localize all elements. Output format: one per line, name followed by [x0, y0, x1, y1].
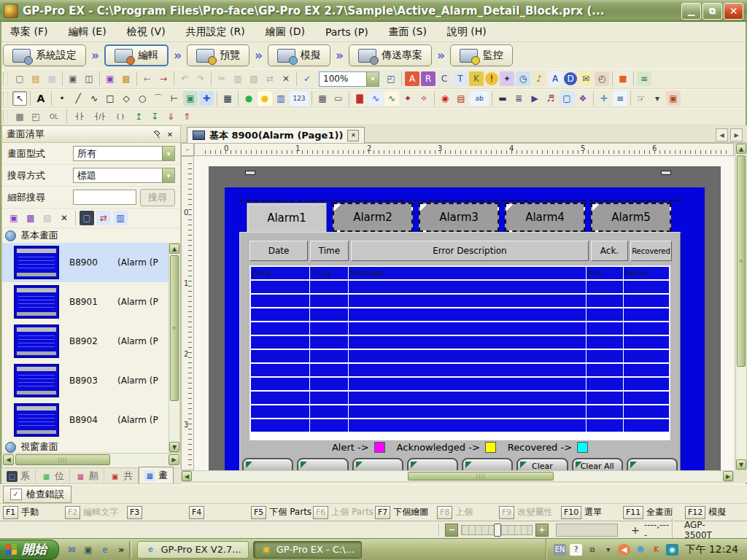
scroll-up-icon[interactable]: ▲ — [169, 244, 179, 254]
delete-icon[interactable]: ✕ — [279, 71, 293, 86]
antivirus-tray-icon[interactable]: K — [650, 544, 662, 556]
function-key[interactable]: F2 編輯文字 — [65, 506, 127, 519]
menu-item[interactable]: Parts (P) — [325, 26, 368, 38]
paste-screen-button[interactable]: ▤ — [40, 211, 55, 225]
screen-list-item[interactable]: B8903 (Alarm (P — [2, 361, 180, 400]
previous-screen-icon[interactable]: ← — [140, 71, 155, 86]
key-part-icon[interactable]: ▭ — [331, 91, 346, 106]
scrollbar-thumb[interactable]: ≡ — [737, 155, 746, 367]
screen-list-item[interactable]: B8904 (Alarm (P — [2, 400, 180, 440]
image-placement-icon[interactable]: ▣ — [183, 91, 198, 106]
menu-item[interactable]: 專案 (F) — [10, 26, 47, 39]
editor-tab[interactable]: 基本 8900(Alarm (Page1)) ✕ — [187, 127, 365, 143]
chevron-down-icon[interactable]: ▾ — [366, 72, 379, 86]
lamp-part-icon[interactable]: ● — [258, 91, 272, 106]
screen-list-scrollbar[interactable]: ▲ ≡ ▼ — [169, 243, 180, 453]
fit-screen-icon[interactable]: ◰ — [384, 71, 398, 86]
tray-expand-arrow[interactable]: ▾ — [602, 544, 614, 556]
chevron-down-icon[interactable]: ▾ — [162, 147, 174, 160]
keypad-part-icon[interactable]: ▦ — [315, 91, 330, 106]
security-key-icon[interactable]: K — [469, 71, 484, 86]
taskbar-task-button[interactable]: ▣ GP-Pro EX - C:\... — [253, 541, 362, 559]
menu-item[interactable]: 說明 (H) — [447, 26, 487, 39]
arc-tool-icon[interactable]: ⌒ — [151, 91, 166, 106]
selection-handle[interactable] — [245, 171, 255, 175]
language-indicator[interactable]: EN — [554, 544, 566, 556]
alarm-tab[interactable]: Alarm1 — [247, 203, 327, 232]
function-key[interactable]: F9 改變屬性 — [499, 506, 561, 519]
operation-log-icon[interactable]: ✦ — [500, 71, 514, 86]
graph-part-icon[interactable]: ▇ — [352, 91, 367, 106]
save-project-icon[interactable]: ▦ — [44, 71, 59, 86]
recipe-settings-icon[interactable]: R — [421, 71, 436, 86]
close-icon[interactable]: ✕ — [164, 129, 176, 140]
zoom-in-button[interactable]: + — [535, 524, 549, 537]
quick-launch-mail-icon[interactable]: ✉ — [65, 543, 78, 556]
coil-icon[interactable]: ( ) — [111, 109, 130, 124]
monitor-tray-icon[interactable]: ◉ — [666, 544, 678, 556]
copy-icon[interactable]: ▥ — [231, 71, 245, 86]
polygon-tool-icon[interactable]: ◇ — [119, 91, 133, 106]
function-key[interactable]: F10 選單 — [561, 506, 623, 519]
alarm-tab[interactable]: Alarm3 — [419, 203, 499, 232]
table-tool-icon[interactable]: ▦ — [220, 91, 235, 106]
contact-a-icon[interactable]: ┤├ — [70, 109, 89, 124]
new-project-icon[interactable]: ▢ — [12, 71, 27, 86]
minimize-button[interactable]: ▁ — [681, 3, 701, 20]
function-key[interactable]: F5 下個 Parts — [251, 506, 313, 519]
block-up-icon[interactable]: ⇑ — [179, 109, 194, 124]
tab-close-icon[interactable]: ✕ — [347, 130, 359, 141]
data-display-part-icon[interactable]: 123 — [290, 91, 309, 106]
zoom-combobox[interactable]: 100% ▾ — [319, 71, 379, 87]
select-all-icon[interactable]: ✓ — [300, 71, 314, 86]
close-button[interactable]: ✕ — [724, 3, 743, 20]
trend-graph-icon[interactable]: ∿ — [384, 91, 399, 106]
text-display-icon[interactable]: ab — [470, 91, 489, 106]
historical-graph-icon[interactable]: ∿ — [368, 91, 383, 106]
canvas-hscrollbar[interactable]: ◀ |||| ▶ — [181, 470, 734, 482]
pin-part-icon[interactable]: ✛ — [597, 91, 611, 106]
copy-screen-button[interactable]: ▩ — [23, 211, 38, 225]
alarm-tab[interactable]: Alarm5 — [591, 203, 671, 232]
error-check-button[interactable]: ✓ 檢查錯誤 — [3, 486, 71, 503]
selection-handle[interactable] — [661, 171, 671, 175]
window-screens-group[interactable]: 視窗畫面 — [2, 440, 180, 453]
print-icon[interactable]: ▣ — [66, 71, 80, 86]
design-canvas[interactable]: Alarm1 Alarm2 Alarm3 Alarm4 Alarm5 Date — [194, 156, 734, 470]
sound-settings-icon[interactable]: ♪ — [532, 71, 546, 86]
menu-item[interactable]: 檢視 (V) — [127, 26, 166, 39]
workflow-button[interactable]: 傳送專案 — [349, 44, 432, 66]
hmi-function-button[interactable] — [627, 458, 678, 470]
hmi-function-button[interactable] — [407, 458, 458, 470]
new-screen-icon[interactable]: ▣ — [103, 71, 117, 86]
preview-screen-button[interactable]: ▢ — [80, 211, 94, 225]
detail-search-input[interactable] — [73, 190, 136, 205]
scroll-down-icon[interactable]: ▼ — [736, 459, 746, 470]
dock-tab[interactable]: ▣ 共 — [104, 469, 139, 483]
scrollbar-thumb[interactable]: |||| — [15, 454, 110, 465]
workflow-button[interactable]: 編輯 — [104, 44, 169, 66]
paste-icon[interactable]: ▧ — [247, 71, 261, 86]
system-tree-icon[interactable]: ≡ — [637, 71, 651, 86]
pin-icon[interactable] — [150, 129, 162, 140]
scale-tool-icon[interactable]: ⊢ — [167, 91, 182, 106]
scroll-right-icon[interactable]: ▶ — [723, 471, 733, 481]
menu-item[interactable]: 繪圖 (D) — [266, 26, 305, 39]
line-tool-icon[interactable]: ╱ — [71, 91, 85, 106]
menu-item[interactable]: 畫面 (S) — [389, 26, 427, 39]
hmi-function-button[interactable]: Clear — [516, 458, 568, 470]
alarm-tab[interactable]: Alarm4 — [505, 203, 585, 232]
alarm-history-icon[interactable]: ▤ — [454, 91, 468, 106]
d-script-icon[interactable]: D — [564, 72, 577, 85]
alarm-panel[interactable]: Date Time Error Description Ack. Recover… — [239, 232, 681, 470]
screen-list-item[interactable]: B8901 (Alarm (P — [2, 282, 180, 322]
search-mode-select[interactable]: 標題 ▾ — [73, 168, 175, 183]
text-table-icon[interactable]: T — [453, 71, 468, 86]
alarm-tab[interactable]: Alarm2 — [333, 203, 413, 232]
function-key[interactable]: F1 手動 — [3, 506, 65, 519]
function-key[interactable]: F8 上個 — [437, 506, 499, 519]
scroll-left-icon[interactable]: ◀ — [3, 454, 14, 465]
workflow-button[interactable]: 系統設定 — [3, 44, 86, 66]
menu-item[interactable]: 編輯 (E) — [68, 26, 106, 39]
dot-tool-icon[interactable]: • — [55, 91, 69, 106]
